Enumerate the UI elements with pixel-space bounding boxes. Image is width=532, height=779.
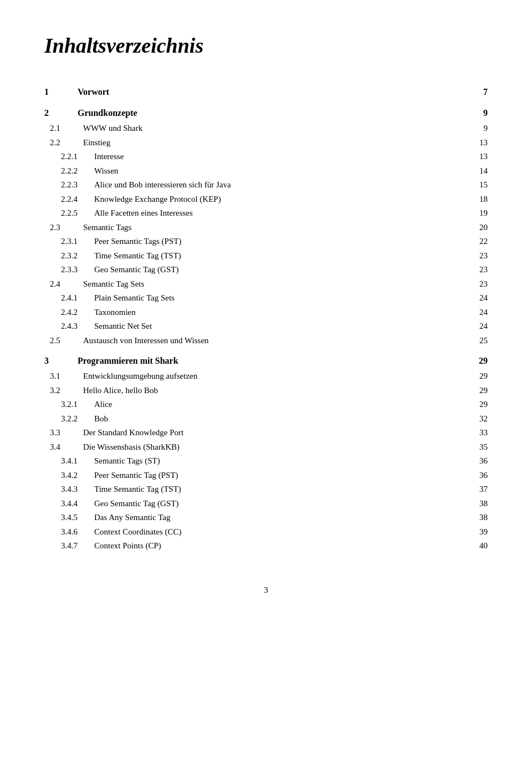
toc-label-27: Time Semantic Tag (TST): [94, 483, 280, 496]
toc-page-27: 37: [471, 483, 488, 496]
toc-entry-15: 2.4.2Taxonomien24: [44, 306, 488, 319]
toc-number-9: 2.3: [44, 221, 83, 234]
toc-number-14: 2.4.1: [44, 292, 94, 304]
toc-label-20: Hello Alice, hello Bob: [83, 384, 275, 397]
toc-number-8: 2.2.5: [44, 207, 94, 220]
toc-label-10: Peer Semantic Tags (PST): [94, 235, 280, 248]
toc-entry-19: 3.1Entwicklungsumgebung aufsetzen29: [44, 370, 488, 383]
toc-page-13: 23: [471, 278, 488, 291]
toc-number-15: 2.4.2: [44, 306, 94, 319]
toc-label-15: Taxonomien: [94, 306, 280, 319]
toc-entry-5: 2.2.2Wissen14: [44, 165, 488, 177]
toc-number-27: 3.4.3: [44, 483, 94, 496]
toc-label-22: Bob: [94, 413, 280, 425]
toc-label-3: Einstieg: [83, 136, 275, 149]
toc-label-9: Semantic Tags: [83, 221, 275, 234]
toc-dots-9: [277, 230, 469, 230]
toc-entry-11: 2.3.2Time Semantic Tag (TST)23: [44, 250, 488, 262]
toc-label-7: Knowledge Exchange Protocol (KEP): [94, 193, 280, 206]
toc-number-11: 2.3.2: [44, 250, 94, 262]
toc-entry-13: 2.4Semantic Tag Sets23: [44, 278, 488, 291]
toc-page-9: 20: [471, 221, 488, 234]
toc-entry-3: 2.2Einstieg13: [44, 136, 488, 149]
toc-entry-26: 3.4.2Peer Semantic Tag (PST)36: [44, 469, 488, 482]
toc-dots-21: [283, 406, 469, 407]
toc-page-2: 9: [471, 122, 488, 135]
toc-entry-18: 3Programmieren mit Shark29: [44, 354, 488, 368]
toc-number-2: 2.1: [44, 122, 83, 135]
toc-number-5: 2.2.2: [44, 165, 94, 177]
toc-entry-25: 3.4.1Semantic Tags (ST)36: [44, 455, 488, 467]
toc-entry-6: 2.2.3Alice und Bob interessieren sich fü…: [44, 179, 488, 191]
toc-dots-16: [283, 328, 469, 329]
toc-page-30: 39: [471, 526, 488, 538]
toc-dots-17: [277, 343, 469, 343]
toc-page-20: 29: [471, 384, 488, 397]
footer-page-number: 3: [264, 585, 268, 594]
toc-label-23: Der Standard Knowledge Port: [83, 426, 275, 439]
toc-dots-8: [283, 215, 469, 216]
toc-page-17: 25: [471, 334, 488, 347]
toc-dots-12: [283, 272, 469, 272]
toc-label-17: Austausch von Interessen und Wissen: [83, 334, 275, 347]
toc-label-24: Die Wissensbasis (SharkKB): [83, 441, 275, 454]
toc-dots-2: [277, 130, 469, 131]
toc-label-29: Das Any Semantic Tag: [94, 511, 280, 524]
toc-dots-19: [277, 378, 469, 379]
toc-dots-4: [283, 159, 469, 159]
toc-entry-24: 3.4Die Wissensbasis (SharkKB)35: [44, 441, 488, 454]
toc-number-1: 2: [44, 106, 78, 120]
toc-number-18: 3: [44, 354, 78, 368]
toc-entry-7: 2.2.4Knowledge Exchange Protocol (KEP)18: [44, 193, 488, 206]
toc-label-25: Semantic Tags (ST): [94, 455, 280, 467]
toc-number-0: 1: [44, 85, 78, 99]
toc-label-6: Alice und Bob interessieren sich für Jav…: [94, 179, 280, 191]
toc-page-5: 14: [471, 165, 488, 177]
toc-label-30: Context Coordinates (CC): [94, 526, 280, 538]
toc-page-24: 35: [471, 441, 488, 454]
toc-page-26: 36: [471, 469, 488, 482]
toc-entry-17: 2.5Austausch von Interessen und Wissen25: [44, 334, 488, 347]
toc-number-7: 2.2.4: [44, 193, 94, 206]
toc-number-16: 2.4.3: [44, 320, 94, 333]
toc-entry-21: 3.2.1Alice29: [44, 398, 488, 411]
toc-entry-9: 2.3Semantic Tags20: [44, 221, 488, 234]
toc-entry-22: 3.2.2Bob32: [44, 413, 488, 425]
page-title: Inhaltsverzeichnis: [44, 33, 488, 58]
toc-page-1: 9: [471, 106, 488, 120]
toc-label-18: Programmieren mit Shark: [78, 354, 274, 368]
toc-dots-24: [277, 449, 469, 450]
toc-number-21: 3.2.1: [44, 398, 94, 411]
toc-label-2: WWW und Shark: [83, 122, 275, 135]
toc-dots-6: [283, 187, 469, 187]
toc-entry-12: 2.3.3Geo Semantic Tag (GST)23: [44, 263, 488, 276]
toc-dots-28: [283, 506, 469, 506]
toc-dots-10: [283, 243, 469, 244]
page-footer: 3: [44, 585, 488, 595]
toc-entry-27: 3.4.3Time Semantic Tag (TST)37: [44, 483, 488, 496]
toc-label-19: Entwicklungsumgebung aufsetzen: [83, 370, 275, 383]
toc-number-20: 3.2: [44, 384, 83, 397]
toc-label-21: Alice: [94, 398, 280, 411]
toc-entry-1: 2Grundkonzepte9: [44, 106, 488, 120]
toc-page-29: 38: [471, 511, 488, 524]
toc-page-16: 24: [471, 320, 488, 333]
toc-label-13: Semantic Tag Sets: [83, 278, 275, 291]
toc-dots-23: [277, 435, 469, 435]
toc-page-0: 7: [471, 85, 488, 99]
toc-number-22: 3.2.2: [44, 413, 94, 425]
toc-entry-23: 3.3Der Standard Knowledge Port33: [44, 426, 488, 439]
toc-label-11: Time Semantic Tag (TST): [94, 250, 280, 262]
toc-number-23: 3.3: [44, 426, 83, 439]
toc-number-17: 2.5: [44, 334, 83, 347]
toc-page-19: 29: [471, 370, 488, 383]
toc-page-23: 33: [471, 426, 488, 439]
toc-dots-14: [283, 300, 469, 301]
toc-page-31: 40: [471, 539, 488, 552]
toc-number-10: 2.3.1: [44, 235, 94, 248]
toc-dots-26: [283, 477, 469, 478]
toc-number-4: 2.2.1: [44, 150, 94, 163]
toc-entry-10: 2.3.1Peer Semantic Tags (PST)22: [44, 235, 488, 248]
toc-page-4: 13: [471, 150, 488, 163]
toc-number-19: 3.1: [44, 370, 83, 383]
